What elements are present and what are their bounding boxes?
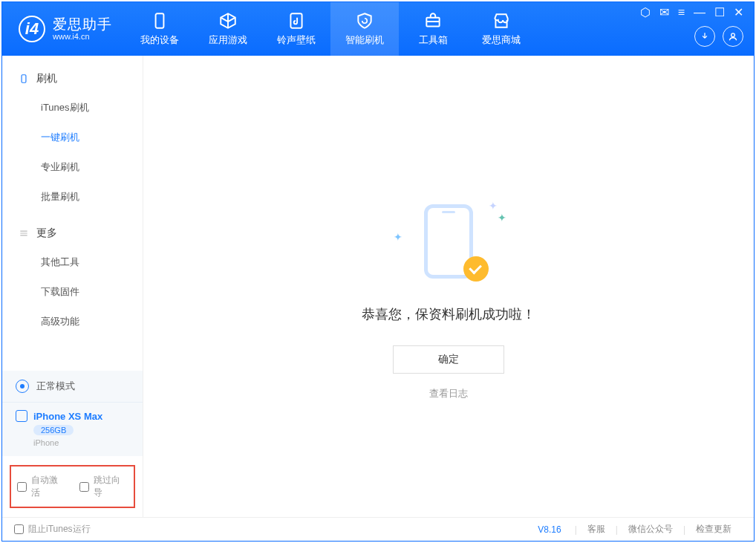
tab-ringtone[interactable]: 铃声壁纸 bbox=[262, 2, 330, 56]
list-icon bbox=[19, 228, 29, 238]
footer-link-update[interactable]: 检查更新 bbox=[696, 523, 731, 536]
minimize-icon[interactable]: — bbox=[694, 7, 706, 19]
device-mode[interactable]: 正常模式 bbox=[2, 371, 143, 403]
app-url: www.i4.cn bbox=[53, 32, 112, 41]
main-content: ✦ ✦ ✦ 恭喜您，保资料刷机成功啦！ 确定 查看日志 bbox=[143, 56, 754, 517]
main-tabs: 我的设备 应用游戏 铃声壁纸 智能刷机 工具箱 爱思商城 bbox=[126, 2, 535, 56]
svg-rect-0 bbox=[156, 13, 164, 28]
sidebar-item-advanced[interactable]: 高级功能 bbox=[2, 307, 143, 336]
success-check-icon bbox=[463, 256, 489, 282]
sidebar-item-batch-flash[interactable]: 批量刷机 bbox=[2, 182, 143, 212]
store-icon bbox=[492, 11, 511, 30]
svg-rect-4 bbox=[22, 75, 26, 83]
device-sub: iPhone bbox=[33, 438, 59, 447]
maximize-icon[interactable]: ☐ bbox=[714, 7, 725, 19]
device-capacity: 256GB bbox=[33, 425, 74, 435]
sparkle-icon: ✦ bbox=[498, 212, 506, 224]
device-phone-icon bbox=[16, 410, 27, 422]
footer-link-support[interactable]: 客服 bbox=[587, 523, 605, 536]
sidebar-item-oneclick-flash[interactable]: 一键刷机 bbox=[2, 123, 143, 152]
footer: 阻止iTunes运行 V8.16 | 客服 | 微信公众号 | 检查更新 bbox=[2, 517, 754, 541]
tab-device[interactable]: 我的设备 bbox=[126, 2, 194, 56]
close-icon[interactable]: ✕ bbox=[734, 7, 743, 19]
tshirt-icon[interactable]: ⬡ bbox=[640, 7, 651, 19]
download-icon bbox=[700, 31, 710, 42]
checkbox-auto-activate[interactable]: 自动激活 bbox=[17, 474, 66, 499]
view-log-link[interactable]: 查看日志 bbox=[429, 387, 468, 400]
logo: i4 爱思助手 www.i4.cn bbox=[2, 16, 126, 42]
sidebar: 刷机 iTunes刷机 一键刷机 专业刷机 批量刷机 更多 其他工具 下载固件 … bbox=[2, 56, 143, 517]
refresh-shield-icon bbox=[355, 11, 374, 30]
app-header: i4 爱思助手 www.i4.cn 我的设备 应用游戏 铃声壁纸 智能刷机 bbox=[2, 2, 754, 56]
footer-link-wechat[interactable]: 微信公众号 bbox=[628, 523, 673, 536]
success-illustration: ✦ ✦ ✦ bbox=[404, 204, 493, 286]
sparkle-icon: ✦ bbox=[394, 231, 403, 243]
account-button[interactable] bbox=[723, 26, 743, 47]
logo-icon: i4 bbox=[19, 16, 45, 42]
app-name: 爱思助手 bbox=[53, 17, 112, 33]
success-message: 恭喜您，保资料刷机成功啦！ bbox=[362, 305, 535, 323]
ok-button[interactable]: 确定 bbox=[393, 345, 504, 374]
sidebar-item-other-tools[interactable]: 其他工具 bbox=[2, 247, 143, 277]
svg-rect-1 bbox=[290, 13, 302, 28]
version-label: V8.16 bbox=[538, 524, 561, 535]
cube-icon bbox=[218, 11, 238, 30]
sidebar-item-itunes-flash[interactable]: iTunes刷机 bbox=[2, 93, 143, 123]
checkbox-block-itunes[interactable]: 阻止iTunes运行 bbox=[14, 523, 91, 536]
phone-small-icon bbox=[19, 74, 29, 84]
phone-icon bbox=[150, 11, 169, 30]
sidebar-group-flash: 刷机 bbox=[2, 65, 143, 93]
tab-apps[interactable]: 应用游戏 bbox=[194, 2, 262, 56]
tab-flash[interactable]: 智能刷机 bbox=[330, 2, 399, 56]
device-name: iPhone XS Max bbox=[33, 411, 102, 422]
flash-options: 自动激活 跳过向导 bbox=[10, 465, 135, 508]
tab-toolbox[interactable]: 工具箱 bbox=[399, 2, 467, 56]
sparkle-icon: ✦ bbox=[489, 200, 498, 212]
menu-icon[interactable]: ≡ bbox=[678, 7, 685, 19]
sidebar-group-more: 更多 bbox=[2, 219, 143, 247]
system-buttons: ⬡ ✉ ≡ — ☐ ✕ bbox=[640, 7, 743, 19]
sidebar-item-pro-flash[interactable]: 专业刷机 bbox=[2, 152, 143, 182]
mode-normal-icon bbox=[16, 380, 29, 393]
user-icon bbox=[728, 31, 738, 42]
device-card[interactable]: iPhone XS Max 256GB iPhone bbox=[2, 403, 143, 456]
music-file-icon bbox=[287, 11, 306, 30]
toolbox-icon bbox=[423, 11, 443, 30]
feedback-icon[interactable]: ✉ bbox=[659, 7, 669, 19]
sidebar-item-download-fw[interactable]: 下载固件 bbox=[2, 277, 143, 307]
download-button[interactable] bbox=[694, 26, 715, 47]
checkbox-skip-wizard[interactable]: 跳过向导 bbox=[79, 474, 128, 499]
svg-point-3 bbox=[731, 33, 735, 37]
tab-store[interactable]: 爱思商城 bbox=[467, 2, 535, 56]
